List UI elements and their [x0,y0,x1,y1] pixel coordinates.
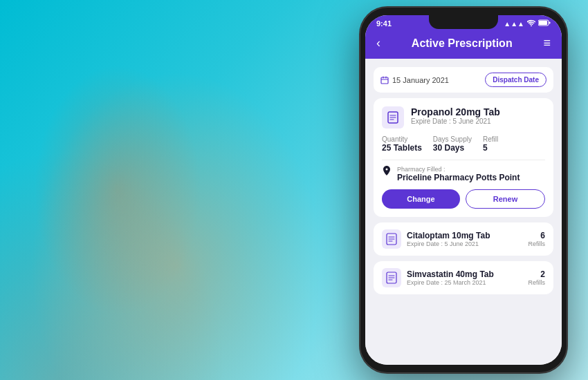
action-buttons: Change Renew [382,189,545,209]
signal-icon: ▲▲▲ [504,20,524,28]
other-med-icon-1 [382,268,401,287]
phone-frame: 9:41 ▲▲▲ [360,7,567,373]
svg-rect-3 [381,77,388,84]
divider [382,160,545,160]
other-med-expire-1: Expire Date : 25 March 2021 [407,279,494,286]
pharmacy-pin-icon [382,166,392,181]
battery-icon [538,19,551,28]
other-med-name-0: Citaloptam 10mg Tab [407,231,490,240]
svg-rect-2 [549,22,551,24]
days-supply-value: 30 Days [433,143,472,153]
med-stats: Quantity 25 Tablets Days Supply 30 Days … [382,135,545,153]
med-expire: Expire Date : 5 June 2021 [411,117,500,125]
phone-screen: 9:41 ▲▲▲ [365,15,562,365]
renew-button[interactable]: Renew [466,189,545,209]
status-icons: ▲▲▲ [504,19,551,28]
phone-notch [429,15,498,29]
svg-rect-1 [539,21,547,25]
primary-prescription-card: Propanol 20mg Tab Expire Date : 5 June 2… [374,98,553,217]
refill-label: Refill [483,135,498,143]
pharmacy-section: Pharmacy Filled : Priceline Pharmacy Pot… [382,166,545,182]
date-display: 15 January 2021 [380,76,449,84]
menu-button[interactable]: ≡ [543,36,551,50]
med-header: Propanol 20mg Tab Expire Date : 5 June 2… [382,106,545,129]
pharmacy-info: Pharmacy Filled : Priceline Pharmacy Pot… [397,166,520,182]
med-name: Propanol 20mg Tab [411,106,500,117]
med-info: Propanol 20mg Tab Expire Date : 5 June 2… [411,106,500,125]
days-supply-label: Days Supply [433,135,472,143]
pharmacy-name: Priceline Pharmacy Potts Point [397,173,520,182]
quantity-label: Quantity [382,135,422,143]
refill-label-1: Refills [528,279,545,286]
other-med-card-0[interactable]: Citaloptam 10mg Tab Expire Date : 5 June… [374,222,553,256]
refill-value: 5 [483,143,498,153]
other-med-name-1: Simvastatin 40mg Tab [407,269,494,279]
dispatch-date-button[interactable]: Dispatch Date [485,73,546,87]
other-med-info-0: Citaloptam 10mg Tab Expire Date : 5 June… [407,231,490,247]
other-med-left-1: Simvastatin 40mg Tab Expire Date : 25 Ma… [382,268,494,287]
stat-refill: Refill 5 [483,135,498,153]
quantity-value: 25 Tablets [382,143,422,153]
stat-quantity: Quantity 25 Tablets [382,135,422,153]
change-button[interactable]: Change [382,189,460,209]
back-button[interactable]: ‹ [376,36,380,50]
wifi-icon [527,19,535,28]
stat-days-supply: Days Supply 30 Days [433,135,472,153]
med-icon [382,106,404,129]
refill-count-1: 2 [528,269,545,279]
pharmacy-label: Pharmacy Filled : [397,166,520,173]
app-content: 15 January 2021 Dispatch Date [365,59,562,365]
app-header: ‹ Active Prescription ≡ [365,30,562,59]
other-med-expire-0: Expire Date : 5 June 2021 [407,240,490,247]
selected-date: 15 January 2021 [392,76,449,84]
refill-count-0: 6 [528,231,545,240]
phone-device: 9:41 ▲▲▲ [360,7,567,373]
other-med-left-0: Citaloptam 10mg Tab Expire Date : 5 June… [382,229,490,249]
refill-info-0: 6 Refills [528,231,545,247]
refill-label-0: Refills [528,240,545,247]
calendar-icon [380,76,389,84]
page-title: Active Prescription [412,37,513,50]
status-time: 9:41 [376,19,392,28]
date-row: 15 January 2021 Dispatch Date [374,67,553,93]
other-med-info-1: Simvastatin 40mg Tab Expire Date : 25 Ma… [407,269,494,286]
refill-info-1: 2 Refills [528,269,545,286]
other-med-icon-0 [382,229,401,249]
other-med-card-1[interactable]: Simvastatin 40mg Tab Expire Date : 25 Ma… [374,261,553,294]
